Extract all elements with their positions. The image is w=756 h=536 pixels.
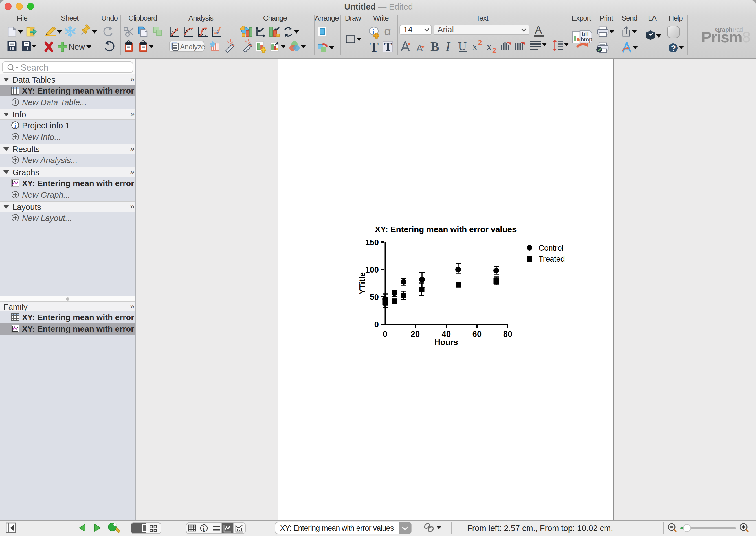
svg-text:20: 20 bbox=[411, 329, 420, 339]
svg-text:New: New bbox=[69, 42, 85, 51]
svg-text:14: 14 bbox=[403, 25, 412, 34]
svg-text:60: 60 bbox=[473, 329, 481, 339]
svg-text:0: 0 bbox=[383, 329, 387, 339]
svg-text:T: T bbox=[370, 40, 378, 54]
svg-text:XY: Entering mean with error v: XY: Entering mean with error values bbox=[280, 524, 394, 532]
svg-text:40: 40 bbox=[442, 329, 451, 339]
svg-text:2: 2 bbox=[478, 38, 482, 47]
svg-text:α: α bbox=[384, 24, 391, 38]
svg-text:80: 80 bbox=[503, 329, 512, 339]
svg-text:2: 2 bbox=[492, 46, 496, 55]
svg-text:T: T bbox=[384, 40, 392, 54]
svg-text:0: 0 bbox=[374, 320, 379, 329]
svg-text:A: A bbox=[401, 39, 410, 54]
svg-text:i: i bbox=[203, 525, 205, 532]
svg-text:YTitle: YTitle bbox=[358, 272, 367, 294]
svg-text:Analyze: Analyze bbox=[180, 43, 205, 51]
svg-text:Arial: Arial bbox=[438, 25, 454, 34]
svg-text:i: i bbox=[15, 122, 16, 129]
svg-text:A: A bbox=[535, 24, 542, 36]
svg-text:Hours: Hours bbox=[434, 338, 458, 347]
svg-text:x: x bbox=[486, 40, 492, 53]
svg-text:XY: Entering mean with error v: XY: Entering mean with error values bbox=[375, 224, 516, 234]
svg-text:50: 50 bbox=[370, 292, 379, 302]
svg-text:Prism8: Prism8 bbox=[701, 28, 750, 46]
svg-text:A: A bbox=[416, 43, 423, 53]
svg-text:x: x bbox=[472, 40, 477, 53]
svg-text:Treated: Treated bbox=[539, 254, 565, 263]
svg-text:Control: Control bbox=[539, 244, 563, 252]
svg-text:From left: 2.57 cm., From top:: From left: 2.57 cm., From top: 10.02 cm. bbox=[467, 523, 613, 533]
svg-text:I: I bbox=[445, 40, 451, 54]
svg-text:bmp: bmp bbox=[580, 36, 592, 43]
svg-text:?: ? bbox=[671, 44, 676, 53]
svg-text:U: U bbox=[458, 40, 467, 53]
svg-text:150: 150 bbox=[365, 238, 379, 247]
svg-text:tiff: tiff bbox=[582, 31, 589, 37]
svg-text:B: B bbox=[431, 40, 439, 54]
svg-text:100: 100 bbox=[365, 265, 379, 274]
